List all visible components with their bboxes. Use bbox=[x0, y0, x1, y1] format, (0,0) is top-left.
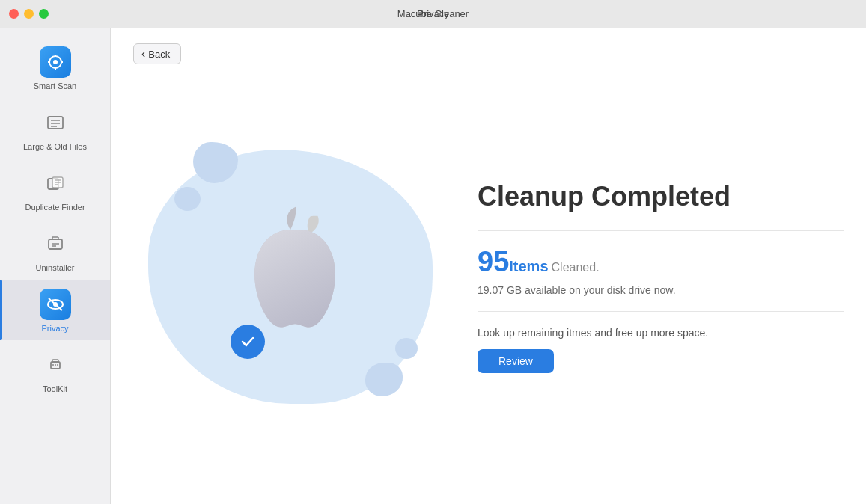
app-name: Macube Cleaner bbox=[397, 8, 469, 19]
blob-accent-2 bbox=[174, 187, 201, 211]
blob-accent-4 bbox=[395, 338, 418, 359]
privacy-icon bbox=[40, 289, 71, 320]
minimize-button[interactable] bbox=[24, 9, 34, 19]
disk-info: 19.07 GB available on your disk drive no… bbox=[478, 284, 844, 296]
items-cleaned: Cleaned. bbox=[552, 261, 600, 274]
review-button[interactable]: Review bbox=[478, 349, 554, 373]
content-area: ‹ Back bbox=[111, 28, 866, 504]
main-layout: Smart Scan Large & Old Files bbox=[0, 28, 866, 504]
svg-point-1 bbox=[53, 60, 58, 64]
sidebar-item-large-old-files[interactable]: Large & Old Files bbox=[0, 98, 110, 159]
toolkit-label: ToolKit bbox=[43, 384, 67, 393]
sidebar-item-toolkit[interactable]: ToolKit bbox=[0, 340, 110, 401]
large-old-files-label: Large & Old Files bbox=[23, 142, 87, 151]
back-label: Back bbox=[148, 49, 170, 60]
chevron-left-icon: ‹ bbox=[141, 48, 145, 60]
duplicate-finder-icon bbox=[40, 168, 71, 199]
close-button[interactable] bbox=[9, 9, 19, 19]
info-panel: Cleanup Completed 95 Items Cleaned. 19.0… bbox=[448, 181, 844, 373]
sidebar-item-privacy[interactable]: Privacy bbox=[0, 280, 110, 340]
smart-scan-icon bbox=[40, 46, 71, 78]
items-label: Items bbox=[509, 258, 548, 275]
uninstaller-label: Uninstaller bbox=[36, 263, 75, 272]
privacy-label: Privacy bbox=[41, 324, 68, 333]
remaining-text: Look up remaining itmes and free up more… bbox=[478, 327, 844, 339]
blob-accent-3 bbox=[365, 363, 403, 396]
illustration bbox=[133, 97, 448, 456]
active-indicator bbox=[0, 280, 2, 340]
check-badge bbox=[231, 325, 265, 359]
smart-scan-label: Smart Scan bbox=[34, 82, 76, 90]
sidebar-item-smart-scan[interactable]: Smart Scan bbox=[0, 37, 110, 98]
toolkit-icon bbox=[40, 349, 71, 381]
sidebar: Smart Scan Large & Old Files bbox=[0, 28, 111, 504]
duplicate-finder-label: Duplicate Finder bbox=[25, 203, 85, 212]
maximize-button[interactable] bbox=[39, 9, 49, 19]
window-controls bbox=[9, 9, 49, 19]
cleanup-title: Cleanup Completed bbox=[478, 181, 844, 212]
svg-rect-25 bbox=[52, 360, 58, 363]
divider-1 bbox=[478, 230, 844, 231]
divider-2 bbox=[478, 311, 844, 312]
sidebar-item-uninstaller[interactable]: Uninstaller bbox=[0, 219, 110, 280]
items-row: 95 Items Cleaned. bbox=[478, 246, 844, 278]
large-old-files-icon bbox=[40, 107, 71, 138]
title-bar: Macube Cleaner Privacy bbox=[0, 0, 866, 28]
items-count: 95 bbox=[478, 246, 509, 278]
sidebar-item-duplicate-finder[interactable]: Duplicate Finder bbox=[0, 159, 110, 219]
back-button[interactable]: ‹ Back bbox=[133, 43, 181, 64]
content-body: Cleanup Completed 95 Items Cleaned. 19.0… bbox=[133, 72, 844, 482]
uninstaller-icon bbox=[40, 228, 71, 259]
